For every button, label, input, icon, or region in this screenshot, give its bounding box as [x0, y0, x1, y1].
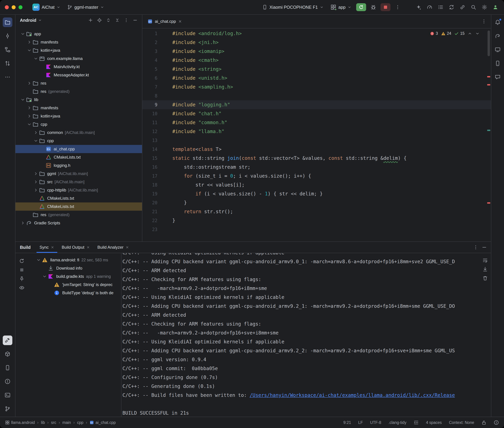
file-encoding[interactable]: UTF-8 [370, 420, 381, 425]
structure-tool-icon[interactable] [3, 45, 12, 54]
code-line[interactable]: 16 std::ostringstream str; [142, 163, 491, 172]
code-line[interactable]: 6#include <unistd.h> [142, 74, 491, 82]
code-line[interactable]: 2#include <jni.h> [142, 38, 491, 47]
lock-icon[interactable] [481, 420, 487, 425]
pull-requests-tool-icon[interactable] [3, 58, 12, 68]
build-tree-item[interactable]: build.gradle.ktsapp 1 warning [28, 272, 121, 280]
tab-build-output[interactable]: Build Output [59, 242, 93, 253]
code-line[interactable]: 7#include <sampling.h> [142, 82, 491, 91]
tree-item[interactable]: CMakeLists.txt [16, 153, 142, 161]
minimize-window-button[interactable] [12, 5, 16, 9]
warnings-count[interactable]: 24 [441, 31, 451, 36]
tree-item[interactable]: res(generated) [16, 87, 142, 96]
chevron-right-icon[interactable] [33, 179, 39, 184]
gradle-tool-icon[interactable] [493, 31, 503, 41]
commit-tool-icon[interactable] [3, 31, 12, 41]
tree-item[interactable]: kotlin+java [16, 46, 142, 54]
chevron-down-icon[interactable] [26, 122, 33, 127]
prev-problem-icon[interactable] [468, 31, 472, 36]
error-stripe-mark[interactable] [487, 76, 490, 77]
tree-item[interactable]: cpp [16, 120, 142, 128]
tree-item[interactable]: logging.h [16, 161, 142, 170]
device-selector[interactable]: Xiaomi POCOPHONE F1 [260, 3, 326, 11]
chevron-right-icon[interactable] [33, 171, 39, 176]
close-tab-icon[interactable] [86, 246, 90, 249]
sync-project-icon[interactable] [447, 3, 456, 11]
code-line[interactable]: 14template<class T> [142, 145, 491, 154]
code-line[interactable]: 8 [142, 91, 491, 100]
collapse-all-icon[interactable] [113, 16, 121, 24]
code-line[interactable]: 15static std::string join(const std::vec… [142, 154, 491, 163]
zoom-window-button[interactable] [18, 5, 22, 9]
expand-all-icon[interactable] [105, 16, 112, 24]
console-file-link[interactable]: /Users/hanyin/Workspace/ai-chat/examples… [250, 392, 455, 398]
code-line[interactable]: 21 return str.str(); [142, 207, 491, 216]
version-control-tool-icon[interactable] [3, 404, 12, 414]
chevron-right-icon[interactable] [26, 114, 33, 119]
tree-item[interactable]: com.example.llama [16, 54, 142, 63]
tree-item[interactable]: cpp [16, 137, 142, 145]
code-line[interactable]: 9#include "logging.h" [142, 100, 491, 109]
tree-item[interactable]: common[AiChat.lib.main] [16, 128, 142, 137]
build-console[interactable]: C/C++: -- Using KleidiAI optimized kerne… [121, 253, 491, 417]
inspections-widget[interactable]: 3 24 15 [427, 30, 482, 37]
code-line[interactable]: 11#include "common.h" [142, 118, 491, 127]
chevron-down-icon[interactable] [19, 31, 26, 36]
code-line[interactable]: 10#include "chat.h" [142, 109, 491, 118]
tab-build-analyzer[interactable]: Build Analyzer [94, 242, 132, 253]
close-tab-icon[interactable] [51, 246, 54, 249]
chevron-right-icon[interactable] [19, 220, 26, 226]
code-line[interactable]: 4#include <cmath> [142, 56, 491, 65]
info-circle-icon[interactable] [494, 420, 499, 425]
problems-tool-icon[interactable] [3, 377, 12, 386]
locate-file-icon[interactable] [96, 16, 103, 24]
tree-item[interactable]: cpp-httplib[AiChat.lib.main] [16, 186, 142, 194]
sdk-manager-icon[interactable] [458, 3, 467, 11]
chevron-down-icon[interactable] [41, 274, 48, 279]
tree-item[interactable]: lib [16, 96, 142, 104]
code-line[interactable]: 3#include <iomanip> [142, 47, 491, 56]
run-config-selector[interactable]: app [328, 3, 353, 11]
device-manager-tool-icon[interactable] [3, 363, 12, 372]
context-status[interactable]: Context: None [449, 420, 474, 425]
code-line[interactable]: 17 for (size_t i = 0; i < values.size();… [142, 172, 491, 181]
chevron-right-icon[interactable] [26, 40, 33, 45]
project-selector[interactable]: AC AiChat [30, 2, 62, 12]
pin-tab-icon[interactable] [19, 276, 25, 282]
build-tree-item[interactable]: llama.android: fi22 sec, 583 ms [28, 256, 121, 264]
code-line[interactable]: 22} [142, 216, 491, 225]
breadcrumb-item[interactable]: main [62, 420, 71, 425]
tree-item[interactable]: manifests [16, 104, 142, 112]
hide-panel-icon[interactable] [131, 16, 139, 24]
chevron-down-icon[interactable] [26, 48, 33, 53]
breadcrumb-item[interactable]: llama.android [5, 420, 35, 425]
line-separator[interactable]: LF [358, 420, 363, 425]
tree-item[interactable]: Gradle Scripts [16, 219, 142, 227]
code-line[interactable]: 12#include "llama.h" [142, 127, 491, 136]
settings-icon[interactable] [480, 3, 488, 11]
tab-sync[interactable]: Sync [36, 242, 57, 253]
stop-sync-icon[interactable] [19, 267, 25, 273]
running-list-icon[interactable] [436, 3, 445, 11]
code-line[interactable]: 18 str << values[i]; [142, 181, 491, 189]
code-line[interactable]: 20 } [142, 198, 491, 207]
new-item-icon[interactable] [87, 16, 94, 24]
tree-item[interactable]: CMakeLists.txt [16, 194, 142, 202]
code-line[interactable]: 19 if (i < values.size() - 1) { str << d… [142, 189, 491, 198]
profiler-icon[interactable] [426, 3, 434, 11]
breadcrumb-item[interactable]: src [51, 420, 56, 425]
passed-count[interactable]: 15 [454, 31, 465, 36]
stop-button[interactable] [381, 3, 391, 11]
tree-item[interactable]: kotlin+java [16, 112, 142, 120]
more-run-actions-button[interactable] [393, 3, 402, 11]
chevron-right-icon[interactable] [26, 81, 33, 86]
project-view-selector[interactable]: Android [20, 18, 42, 23]
tree-item[interactable]: MainActivity.kt [16, 63, 142, 71]
error-stripe-mark[interactable] [487, 202, 490, 204]
terminal-tool-icon[interactable] [3, 390, 12, 400]
code-line[interactable]: 23 [142, 225, 491, 234]
search-everywhere-icon[interactable] [469, 3, 478, 11]
build-tree-item[interactable]: 'jvmTarget: String' is deprec [28, 280, 121, 289]
branch-selector[interactable]: ggml-master [65, 3, 106, 11]
more-tool-windows-icon[interactable] [3, 72, 12, 82]
